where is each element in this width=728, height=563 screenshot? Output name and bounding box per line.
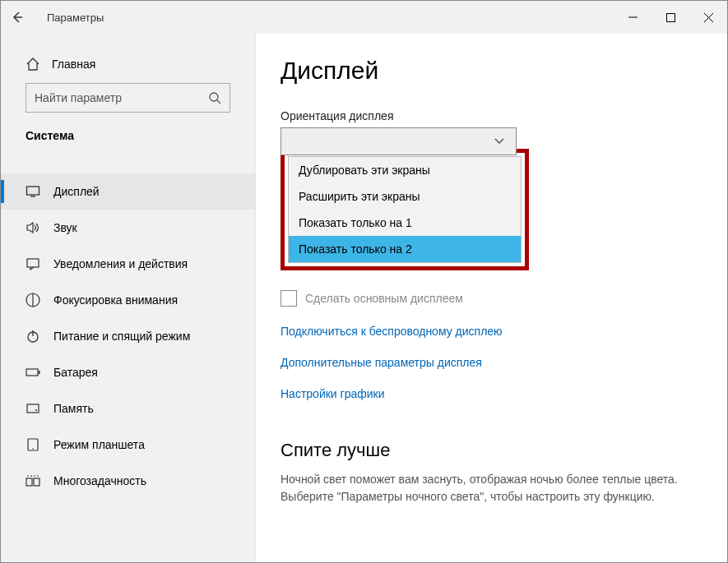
minimize-button[interactable]	[614, 1, 651, 34]
svg-point-8	[35, 409, 37, 411]
make-primary-row: Сделать основным дисплеем	[281, 290, 702, 307]
storage-icon	[26, 401, 40, 416]
sidebar-item-notifications[interactable]: Уведомления и действия	[1, 246, 255, 282]
svg-point-1	[210, 93, 218, 101]
sidebar-item-tablet[interactable]: Режим планшета	[1, 427, 255, 463]
dropdown-option[interactable]: Дублировать эти экраны	[289, 157, 521, 183]
power-icon	[26, 329, 40, 344]
back-button[interactable]	[1, 1, 34, 34]
sidebar-item-sound[interactable]: Звук	[1, 210, 255, 246]
svg-rect-6	[39, 371, 40, 374]
sidebar-item-storage[interactable]: Память	[1, 390, 255, 427]
orientation-label: Ориентация дисплея	[281, 109, 702, 122]
svg-rect-0	[666, 13, 675, 21]
sound-icon	[26, 220, 40, 235]
close-button[interactable]	[689, 1, 727, 34]
sidebar-item-label: Многозадачность	[53, 474, 146, 487]
make-primary-label: Сделать основным дисплеем	[305, 292, 463, 305]
sidebar-home-label: Главная	[52, 58, 95, 71]
page-title: Дисплей	[281, 57, 702, 85]
dropdown-option[interactable]: Показать только на 1	[289, 210, 521, 236]
svg-rect-3	[27, 259, 39, 267]
dropdown-option[interactable]: Расширить эти экраны	[289, 183, 521, 210]
sidebar: Главная Система Дисплей Звук Уведомле	[1, 34, 256, 562]
link-graphics-settings[interactable]: Настройки графики	[281, 387, 702, 400]
svg-rect-12	[34, 478, 39, 486]
sidebar-item-label: Фокусировка внимания	[53, 293, 178, 307]
dropdown-list: Дублировать эти экраны Расширить эти экр…	[288, 156, 522, 263]
battery-icon	[26, 365, 40, 380]
notifications-icon	[26, 256, 40, 271]
sidebar-item-label: Звук	[53, 221, 77, 234]
sleep-heading: Спите лучше	[281, 440, 702, 461]
sleep-body: Ночной свет поможет вам заснуть, отображ…	[281, 471, 702, 505]
orientation-dropdown[interactable]	[281, 127, 517, 155]
svg-point-10	[32, 448, 34, 450]
maximize-button[interactable]	[651, 1, 689, 34]
search-icon	[208, 91, 221, 104]
sidebar-item-label: Память	[53, 402, 94, 415]
sidebar-home[interactable]: Главная	[1, 50, 255, 83]
sidebar-item-focus[interactable]: Фокусировка внимания	[1, 282, 255, 318]
tablet-icon	[26, 437, 40, 452]
arrow-left-icon	[11, 11, 24, 24]
link-wireless-display[interactable]: Подключиться к беспроводному дисплею	[281, 325, 702, 338]
multitask-icon	[26, 473, 40, 488]
link-advanced-display[interactable]: Дополнительные параметры дисплея	[281, 356, 702, 369]
focus-icon	[26, 293, 40, 307]
home-icon	[26, 57, 40, 72]
close-icon	[704, 13, 713, 22]
sidebar-item-label: Батарея	[53, 366, 98, 379]
minimize-icon	[628, 13, 638, 22]
main-content: Дисплей Ориентация дисплея Дублировать э…	[256, 34, 727, 562]
sidebar-item-label: Питание и спящий режим	[53, 330, 190, 343]
svg-rect-11	[26, 478, 32, 486]
sidebar-category: Система	[1, 129, 255, 154]
highlight-annotation: Дублировать эти экраны Расширить эти экр…	[281, 149, 529, 270]
search-input-wrapper[interactable]	[26, 83, 230, 113]
sidebar-item-multitask[interactable]: Многозадачность	[1, 463, 255, 499]
sidebar-item-label: Уведомления и действия	[53, 257, 188, 270]
search-input[interactable]	[35, 91, 221, 104]
sidebar-item-power[interactable]: Питание и спящий режим	[1, 318, 255, 354]
svg-rect-7	[27, 404, 39, 413]
svg-rect-2	[27, 187, 39, 195]
window-title: Параметры	[34, 12, 104, 24]
display-icon	[26, 184, 40, 199]
chevron-down-icon	[494, 137, 504, 145]
sidebar-nav: Дисплей Звук Уведомления и действия Фоку…	[1, 173, 255, 499]
sidebar-item-label: Дисплей	[53, 185, 100, 198]
sidebar-item-battery[interactable]: Батарея	[1, 354, 255, 390]
sidebar-item-label: Режим планшета	[53, 438, 145, 451]
titlebar: Параметры	[1, 1, 727, 34]
sidebar-item-display[interactable]: Дисплей	[1, 173, 255, 210]
dropdown-option-selected[interactable]: Показать только на 2	[289, 236, 521, 262]
make-primary-checkbox[interactable]	[281, 290, 297, 307]
maximize-icon	[666, 13, 675, 22]
svg-rect-5	[26, 369, 38, 376]
